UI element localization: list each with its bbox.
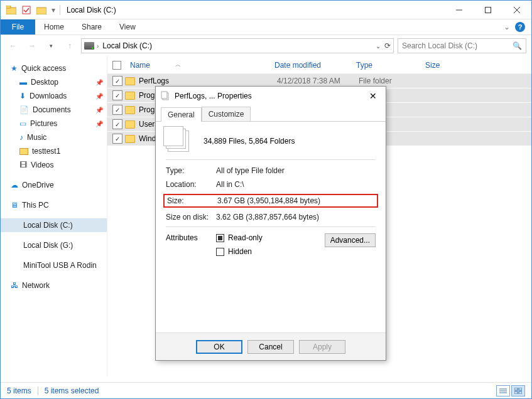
music-icon: ♪ <box>19 133 23 142</box>
readonly-checkbox[interactable] <box>216 234 224 242</box>
column-size[interactable]: Size <box>420 61 464 70</box>
sidebar-item-downloads[interactable]: ⬇Downloads📌 <box>1 89 107 103</box>
chevron-right-icon[interactable]: › <box>97 43 99 50</box>
sizeondisk-label: Size on disk: <box>166 213 216 221</box>
search-placeholder: Search Local Disk (C:) <box>402 41 477 50</box>
sidebar-network[interactable]: 🖧Network <box>1 279 107 292</box>
address-bar[interactable]: › Local Disk (C:) ⌄ ⟳ <box>81 38 394 53</box>
sidebar-item-testtest1[interactable]: testtest1 <box>1 144 107 158</box>
pin-icon: 📌 <box>95 79 103 86</box>
help-icon[interactable]: ? <box>515 22 525 32</box>
svg-rect-14 <box>519 391 522 394</box>
row-checkbox[interactable]: ✓ <box>112 90 122 100</box>
sidebar-drive-usb[interactable]: MiniTool USB A Rodin <box>1 258 107 272</box>
row-checkbox[interactable]: ✓ <box>112 119 122 129</box>
nav-pane: ★ Quick access ▬Desktop📌 ⬇Downloads📌 📄Do… <box>1 56 107 376</box>
svg-rect-5 <box>486 7 491 13</box>
details-view-button[interactable] <box>496 385 510 396</box>
dialog-close-button[interactable]: ✕ <box>366 90 381 102</box>
network-icon: 🖧 <box>11 281 18 290</box>
sidebar-item-documents[interactable]: 📄Documents📌 <box>1 103 107 117</box>
tab-home[interactable]: Home <box>35 19 73 35</box>
thumbnails-view-button[interactable] <box>511 385 525 396</box>
forward-button[interactable]: → <box>24 38 40 53</box>
sidebar-item-desktop[interactable]: ▬Desktop📌 <box>1 75 107 89</box>
drive-icon <box>11 242 19 248</box>
column-date[interactable]: Date modified <box>269 61 351 70</box>
svg-rect-11 <box>514 388 518 390</box>
refresh-icon[interactable]: ⟳ <box>384 41 391 50</box>
drive-icon <box>11 222 19 228</box>
location-value: All in C:\ <box>216 180 376 189</box>
downloads-icon: ⬇ <box>19 92 26 100</box>
qat-checkbox-icon[interactable] <box>19 3 33 17</box>
column-headers: Name︿ Date modified Type Size <box>107 56 531 74</box>
sidebar-drive-c[interactable]: Local Disk (C:) <box>1 218 107 232</box>
tab-customize[interactable]: Customize <box>202 107 251 121</box>
up-button[interactable]: ↑ <box>62 38 77 53</box>
ok-button[interactable]: OK <box>196 340 242 354</box>
folder-icon <box>125 77 135 85</box>
qat-folder-icon[interactable] <box>35 3 48 17</box>
breadcrumb[interactable]: Local Disk (C:) <box>101 41 153 50</box>
ribbon-expand-icon[interactable]: ⌄ <box>504 23 510 31</box>
apply-button[interactable]: Apply <box>299 340 345 354</box>
selection-count: 5 items selected <box>45 386 99 395</box>
status-bar: 5 items 5 items selected <box>1 382 531 398</box>
hidden-checkbox[interactable] <box>216 248 224 256</box>
row-type: File folder <box>359 77 428 85</box>
desktop-icon: ▬ <box>19 78 27 87</box>
pin-icon: 📌 <box>95 107 103 114</box>
explorer-icon <box>4 3 18 17</box>
sidebar-drive-g[interactable]: Local Disk (G:) <box>1 238 107 252</box>
svg-rect-16 <box>161 92 167 98</box>
svg-rect-12 <box>519 388 522 390</box>
back-button[interactable]: ← <box>6 38 21 53</box>
documents-icon: 📄 <box>19 105 29 114</box>
row-checkbox[interactable]: ✓ <box>112 134 122 144</box>
file-count-summary: 34,889 Files, 5,864 Folders <box>204 137 295 146</box>
sidebar-thispc[interactable]: 🖥This PC <box>1 198 107 212</box>
recent-locations-dropdown[interactable]: ▾ <box>43 38 58 53</box>
sizeondisk-value: 3.62 GB (3,887,857,664 bytes) <box>216 213 376 221</box>
quick-access[interactable]: ★ Quick access <box>1 61 107 75</box>
attributes-label: Attributes <box>166 233 216 256</box>
sidebar-item-pictures[interactable]: ▭Pictures📌 <box>1 117 107 130</box>
size-value: 3.67 GB (3,950,184,884 bytes) <box>217 196 374 205</box>
thispc-icon: 🖥 <box>11 201 18 210</box>
pin-icon: 📌 <box>95 93 103 100</box>
dialog-titlebar[interactable]: PerfLogs, ... Properties ✕ <box>156 87 386 105</box>
sidebar-item-music[interactable]: ♪Music <box>1 130 107 144</box>
qat-dropdown-icon[interactable]: ▾ <box>50 3 57 17</box>
svg-rect-3 <box>36 8 46 14</box>
dialog-title: PerfLogs, ... Properties <box>175 92 252 100</box>
maximize-button[interactable] <box>474 1 502 19</box>
row-checkbox[interactable]: ✓ <box>112 76 122 86</box>
tab-view[interactable]: View <box>111 19 144 35</box>
folder-icon <box>125 135 135 143</box>
address-dropdown-icon[interactable]: ⌄ <box>376 43 381 50</box>
nav-bar: ← → ▾ ↑ › Local Disk (C:) ⌄ ⟳ Search Loc… <box>1 35 531 56</box>
file-tab[interactable]: File <box>1 19 35 35</box>
videos-icon: 🎞 <box>19 161 27 169</box>
advanced-button[interactable]: Advanced... <box>325 233 376 247</box>
search-input[interactable]: Search Local Disk (C:) 🔍 <box>398 38 526 53</box>
minimize-button[interactable] <box>445 1 474 19</box>
item-count: 5 items <box>7 386 31 395</box>
folder-icon <box>19 148 28 155</box>
column-type[interactable]: Type <box>351 61 420 70</box>
column-name[interactable]: Name︿ <box>125 61 269 70</box>
multi-file-icon <box>168 130 189 152</box>
properties-dialog: PerfLogs, ... Properties ✕ General Custo… <box>155 86 386 361</box>
sidebar-item-videos[interactable]: 🎞Videos <box>1 158 107 172</box>
readonly-label: Read-only <box>228 233 263 242</box>
row-checkbox[interactable]: ✓ <box>112 105 122 115</box>
tab-general[interactable]: General <box>161 107 202 122</box>
sidebar-onedrive[interactable]: ☁OneDrive <box>1 178 107 192</box>
svg-rect-2 <box>23 6 30 14</box>
select-all-checkbox[interactable] <box>112 61 121 70</box>
cancel-button[interactable]: Cancel <box>247 340 294 354</box>
close-button[interactable] <box>502 1 531 19</box>
tab-share[interactable]: Share <box>73 19 111 35</box>
folder-icon <box>125 106 135 114</box>
